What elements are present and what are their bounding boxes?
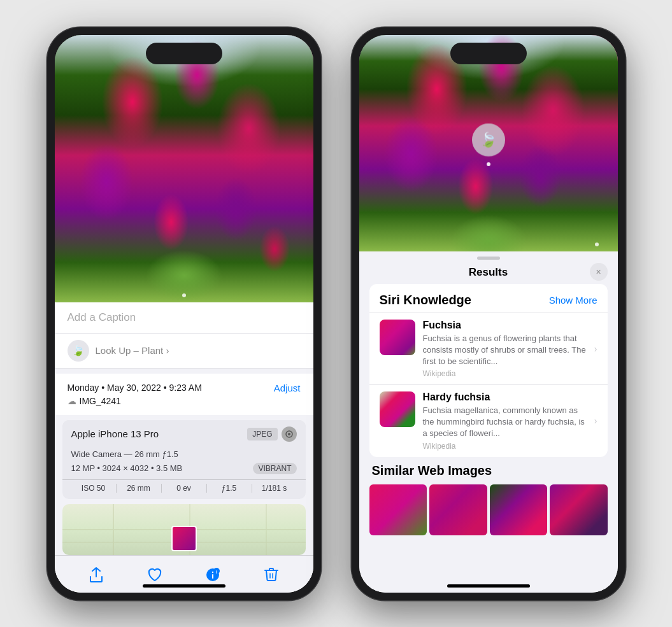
home-indicator-right bbox=[447, 584, 530, 588]
leaf-icon: 🍃 bbox=[72, 344, 85, 356]
map-photo-thumbnail bbox=[171, 526, 197, 551]
right-page-dot bbox=[595, 243, 599, 246]
caption-placeholder[interactable]: Add a Caption bbox=[68, 311, 136, 323]
right-photo-display[interactable]: 🍃 bbox=[359, 35, 618, 251]
right-phone: 🍃 Results × bbox=[352, 27, 626, 600]
similar-image-3[interactable] bbox=[490, 484, 548, 535]
similar-images-grid bbox=[369, 484, 608, 535]
hardy-fuchsia-name: Hardy fuchsia bbox=[423, 391, 587, 403]
photo-page-dot bbox=[182, 293, 186, 297]
svg-text:i: i bbox=[216, 568, 217, 574]
camera-name: Apple iPhone 13 Pro bbox=[71, 428, 159, 439]
camera-wide: Wide Camera — 26 mm ƒ1.5 bbox=[62, 448, 306, 463]
camera-section: Apple iPhone 13 Pro JPEG bbox=[62, 420, 306, 499]
similar-web-images-title: Similar Web Images bbox=[369, 463, 608, 478]
jpeg-badge: JPEG bbox=[247, 428, 277, 440]
share-icon bbox=[89, 567, 103, 582]
siri-header: Siri Knowledge Show More bbox=[369, 284, 608, 313]
share-button[interactable] bbox=[85, 563, 108, 586]
similar-image-1[interactable] bbox=[369, 484, 427, 535]
close-button[interactable]: × bbox=[590, 263, 608, 281]
info-icon: i bbox=[205, 567, 220, 582]
hardy-fuchsia-text: Hardy fuchsia Fuchsia magellanica, commo… bbox=[423, 391, 587, 451]
fuchsia-source: Wikipedia bbox=[423, 369, 587, 378]
caption-row[interactable]: Add a Caption bbox=[55, 302, 313, 334]
similar-image-4[interactable] bbox=[550, 484, 608, 535]
meta-section: Monday • May 30, 2022 • 9:23 AM Adjust ☁… bbox=[55, 374, 313, 415]
heart-icon bbox=[147, 568, 162, 582]
lookup-chevron: › bbox=[166, 345, 169, 356]
photo-display[interactable] bbox=[55, 35, 313, 302]
exif-ev: 0 ev bbox=[162, 484, 207, 493]
sheet-header: Results × bbox=[359, 260, 618, 284]
fuchsia-thumbnail bbox=[380, 320, 415, 355]
lookup-row[interactable]: 🍃 Look Up – Plant › bbox=[55, 334, 313, 369]
similar-web-images-section: Similar Web Images bbox=[369, 463, 608, 535]
lookup-icon-circle: 🍃 bbox=[68, 340, 89, 362]
lookup-label: Look Up – bbox=[96, 345, 142, 356]
cloud-icon: ☁ bbox=[68, 396, 76, 406]
vibrant-badge: VIBRANT bbox=[253, 463, 296, 474]
adjust-button[interactable]: Adjust bbox=[274, 383, 301, 393]
camera-settings-icon[interactable] bbox=[282, 426, 297, 442]
similar-image-2[interactable] bbox=[429, 484, 487, 535]
exif-focal: 26 mm bbox=[117, 484, 162, 493]
left-phone: Add a Caption 🍃 Look Up – Plant › bbox=[47, 27, 321, 600]
visual-lookup-button[interactable]: 🍃 bbox=[472, 123, 505, 156]
dynamic-island-left bbox=[146, 43, 222, 64]
lookup-text: Look Up – Plant › bbox=[96, 345, 169, 356]
camera-mp: 12 MP • 3024 × 4032 • 3.5 MB bbox=[71, 463, 183, 473]
show-more-button[interactable]: Show More bbox=[549, 295, 597, 306]
map-area[interactable] bbox=[62, 504, 306, 555]
fuchsia-text: Fuchsia Fuchsia is a genus of flowering … bbox=[423, 320, 587, 379]
camera-badges: JPEG bbox=[247, 426, 296, 442]
hardy-fuchsia-source: Wikipedia bbox=[423, 442, 587, 451]
knowledge-item-hardy-fuchsia[interactable]: Hardy fuchsia Fuchsia magellanica, commo… bbox=[369, 384, 608, 457]
sheet-content: Siri Knowledge Show More Fuchsia bbox=[359, 284, 618, 593]
camera-exif: ISO 50 26 mm 0 ev ƒ1.5 1/181 s bbox=[62, 479, 306, 499]
svg-point-8 bbox=[212, 571, 213, 572]
svg-point-1 bbox=[288, 433, 290, 435]
trash-icon bbox=[264, 567, 278, 582]
siri-knowledge-section: Siri Knowledge Show More Fuchsia bbox=[369, 284, 608, 457]
meta-filename: IMG_4241 bbox=[80, 396, 121, 406]
camera-specs: 12 MP • 3024 × 4032 • 3.5 MB VIBRANT bbox=[62, 463, 306, 479]
fuchsia-name: Fuchsia bbox=[423, 320, 587, 331]
fuchsia-description: Fuchsia is a genus of flowering plants t… bbox=[423, 333, 587, 368]
delete-button[interactable] bbox=[260, 563, 283, 586]
results-title: Results bbox=[469, 266, 508, 279]
exif-shutter: 1/181 s bbox=[252, 484, 297, 493]
info-panel: Add a Caption 🍃 Look Up – Plant › bbox=[55, 302, 313, 593]
visual-lookup-leaf-icon: 🍃 bbox=[480, 131, 497, 148]
lookup-subject: Plant bbox=[141, 345, 163, 356]
results-sheet: Results × Siri Knowledge Show More bbox=[359, 251, 618, 593]
fuchsia-chevron-icon: › bbox=[594, 344, 597, 354]
meta-date: Monday • May 30, 2022 • 9:23 AM bbox=[68, 383, 202, 393]
left-screen: Add a Caption 🍃 Look Up – Plant › bbox=[55, 35, 313, 593]
hardy-fuchsia-thumbnail bbox=[380, 391, 415, 427]
siri-knowledge-title: Siri Knowledge bbox=[380, 293, 471, 307]
home-indicator-left bbox=[143, 584, 225, 588]
exif-aperture: ƒ1.5 bbox=[207, 484, 252, 493]
close-icon: × bbox=[596, 267, 601, 277]
svg-rect-9 bbox=[212, 574, 213, 579]
visual-lookup-dot bbox=[487, 162, 490, 166]
favorite-button[interactable] bbox=[143, 563, 166, 586]
right-screen: 🍃 Results × bbox=[359, 35, 618, 593]
fuchsia-photo bbox=[55, 35, 313, 302]
info-button[interactable]: i bbox=[201, 563, 224, 586]
knowledge-item-fuchsia[interactable]: Fuchsia Fuchsia is a genus of flowering … bbox=[369, 313, 608, 385]
dynamic-island-right bbox=[450, 43, 527, 64]
hardy-fuchsia-chevron-icon: › bbox=[594, 416, 597, 426]
hardy-fuchsia-description: Fuchsia magellanica, commonly known as t… bbox=[423, 405, 587, 440]
exif-iso: ISO 50 bbox=[71, 484, 117, 493]
